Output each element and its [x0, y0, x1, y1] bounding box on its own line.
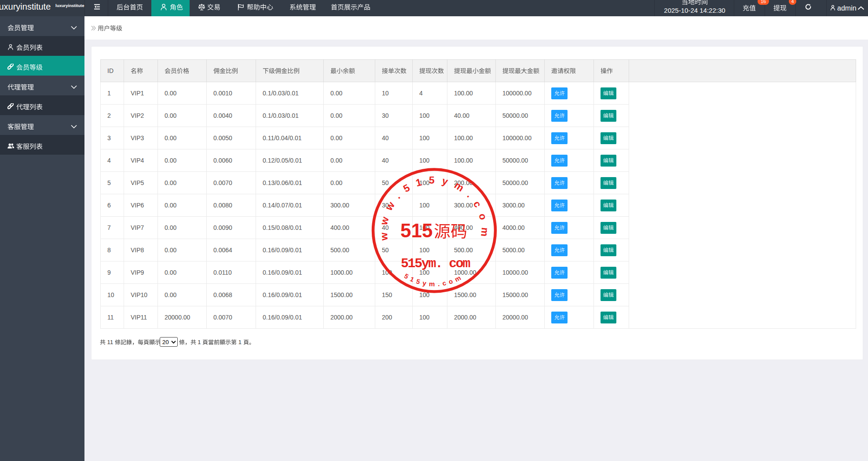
svg-text:515: 515	[400, 220, 432, 241]
svg-text:515ym.com: 515ym.com	[403, 272, 465, 288]
svg-text:515ym. com: 515ym. com	[401, 256, 470, 271]
